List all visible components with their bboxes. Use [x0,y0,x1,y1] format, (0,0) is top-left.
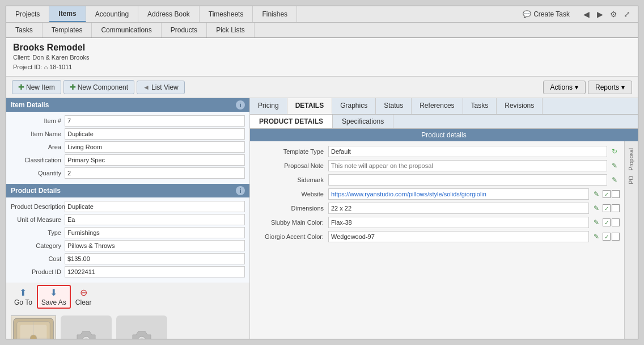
product-field-row: Category [11,240,245,251]
product-field-input[interactable] [65,253,245,264]
product-field-input[interactable] [65,266,245,277]
edit-icon[interactable]: ✎ [591,189,601,199]
actions-button[interactable]: Actions ▾ [543,81,586,94]
detail-field-input[interactable] [328,203,589,214]
item-field-input[interactable] [65,115,245,127]
item-field-input[interactable] [65,141,245,153]
settings-icon[interactable]: ⚙ [607,8,620,20]
item-field-input[interactable] [65,154,245,166]
product-field-label: Category [11,242,65,249]
product-field-label: Unit of Measure [11,216,65,223]
sub-tab-graphics[interactable]: Graphics [332,98,376,114]
detail-field-input[interactable] [328,146,607,157]
detail-label: Proposal Note [255,162,328,169]
sub-tab-references[interactable]: References [412,98,463,114]
goto-icon: ⬆ [19,287,27,298]
sub-tab-details[interactable]: DETAILS [287,98,332,114]
product-thumbnail[interactable] [11,315,56,339]
checkbox[interactable]: ✓ [603,218,611,226]
nav-tab2-pick-lists[interactable]: Pick Lists [207,23,255,37]
edit-icon[interactable]: ✎ [591,217,601,228]
item-details-table: Item # Item Name Area Classification Qua… [6,112,249,184]
checkbox[interactable]: ✓ [603,233,611,241]
nav-tab2-templates[interactable]: Templates [43,23,92,37]
new-component-button[interactable]: ✚ New Component [63,80,134,94]
save-as-button[interactable]: ⬇ Save As [37,285,71,309]
main-toolbar: ✚ New Item ✚ New Component ◄ List View A… [6,77,638,98]
edit-icon[interactable]: ✎ [609,161,620,171]
edit-icon[interactable]: ✎ [591,232,601,242]
list-view-button[interactable]: ◄ List View [137,81,185,94]
product-field-input[interactable] [65,227,245,238]
item-field-label: Area [11,144,65,150]
clear-button[interactable]: ⊖ Clear [72,286,95,308]
item-field-label: Quantity [11,170,65,176]
checkbox-2[interactable] [612,204,620,212]
next-icon[interactable]: ▶ [594,8,606,20]
checkbox-2[interactable] [612,190,620,198]
side-label-proposal[interactable]: Proposal [627,146,635,172]
detail-field-actions: ✎✓ [591,232,620,242]
goto-button[interactable]: ⬆ Go To [11,286,36,308]
detail-field-input[interactable] [328,188,589,200]
detail-field-row: Sidemark ✎ [255,174,620,186]
camera-placeholder-1[interactable] [61,315,112,339]
product-tab-product-details[interactable]: PRODUCT DETAILS [250,115,333,128]
product-field-input[interactable] [65,214,245,225]
product-tab-specifications[interactable]: Specifications [333,115,393,128]
actions-dropdown-icon: ▾ [575,83,578,91]
detail-field-row: Giorgio Accent Color: ✎✓ [255,231,620,242]
detail-field-row: Template Type ↻ [255,146,620,157]
new-item-button[interactable]: ✚ New Item [12,80,61,94]
product-details-info-icon[interactable]: i [236,186,245,195]
camera-placeholder-2[interactable] [116,315,167,339]
detail-field-row: Slubby Main Color: ✎✓ [255,217,620,228]
clear-icon: ⊖ [80,287,87,298]
sub-tab-tasks[interactable]: Tasks [463,98,497,114]
side-label-po[interactable]: PO [627,174,635,186]
detail-field-input[interactable] [328,160,607,171]
nav-tab-items[interactable]: Items [49,6,86,22]
item-field-input[interactable] [65,167,245,179]
item-details-info-icon[interactable]: i [236,100,245,110]
nav-tab2-products[interactable]: Products [162,23,207,37]
detail-label: Giorgio Accent Color: [255,233,328,240]
item-field-input[interactable] [65,128,245,140]
checkbox[interactable]: ✓ [603,190,611,198]
sub-tab-revisions[interactable]: Revisions [497,98,543,114]
edit-icon[interactable]: ✎ [609,175,620,185]
checkbox-2[interactable] [612,233,620,241]
nav-tab-address-book[interactable]: Address Book [138,6,200,22]
sub-tab-status[interactable]: Status [376,98,412,114]
reports-button[interactable]: Reports ▾ [588,81,632,94]
item-details-header: Item Details i [6,98,249,112]
checkbox[interactable]: ✓ [603,204,611,212]
detail-field-actions: ✎✓ [591,203,620,213]
product-field-label: Type [11,229,65,236]
create-task-button[interactable]: 💬 Create Task [517,8,575,20]
plus-icon2: ✚ [70,83,76,91]
nav-tab2-communications[interactable]: Communications [92,23,161,37]
product-details-header: Product Details i [6,184,249,197]
refresh-icon[interactable]: ↻ [609,146,620,157]
product-field-input[interactable] [65,240,245,251]
item-field-row: Area [11,141,245,153]
product-field-input[interactable] [65,201,245,212]
expand-icon[interactable]: ⤢ [621,8,633,20]
prev-icon[interactable]: ◀ [580,8,592,20]
edit-icon[interactable]: ✎ [591,203,601,213]
checkbox-2[interactable] [612,218,620,226]
detail-field-input[interactable] [328,217,589,228]
product-details-section-header: Product details [250,129,638,141]
detail-field-input[interactable] [328,231,589,242]
product-field-row: Product ID [11,266,245,277]
nav-tab-finishes[interactable]: Finishes [253,6,297,22]
item-field-label: Item # [11,117,65,124]
nav-tab-projects[interactable]: Projects [6,6,49,22]
detail-field-input[interactable] [328,174,607,186]
sub-tab-pricing[interactable]: Pricing [250,98,287,114]
image-area [6,311,249,339]
nav-tab-accounting[interactable]: Accounting [86,6,138,22]
nav-tab2-tasks[interactable]: Tasks [6,23,43,37]
nav-tab-timesheets[interactable]: Timesheets [200,6,253,22]
